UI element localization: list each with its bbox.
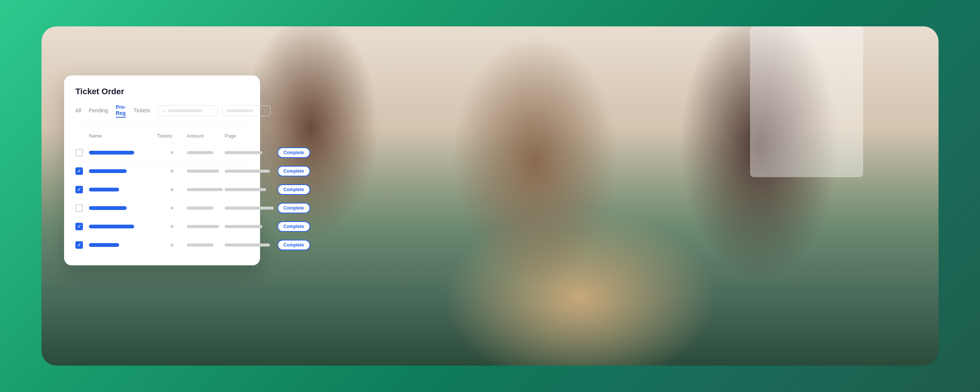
dropdown-placeholder-bar — [226, 109, 253, 112]
col-name-header: Name — [89, 133, 157, 139]
col-amount-header: Amount — [187, 133, 224, 139]
ticket-order-widget: Ticket Order All Pending Pre-Reg Tickets… — [64, 75, 260, 265]
table-row: Complete — [75, 199, 249, 217]
tabs-row: All Pending Pre-Reg Tickets ⌕ ▾ — [75, 104, 249, 123]
row-checkbox-5[interactable] — [75, 223, 83, 230]
tickets-dot-4 — [170, 207, 173, 210]
tickets-dot-3 — [170, 188, 173, 191]
tickets-dot-2 — [170, 170, 173, 173]
complete-button-3[interactable]: Complete — [277, 184, 310, 195]
tickets-dot-1 — [170, 151, 173, 154]
col-page-header: Page — [224, 133, 277, 139]
row-checkbox-2[interactable] — [75, 167, 83, 175]
amount-bar-5 — [187, 225, 219, 228]
name-bar-5 — [89, 225, 134, 228]
table-row: Complete — [75, 143, 249, 162]
tab-all[interactable]: All — [75, 107, 81, 114]
name-bar-1 — [89, 151, 134, 155]
tab-tickets[interactable]: Tickets — [134, 107, 150, 114]
name-bar-3 — [89, 188, 119, 191]
row-checkbox-1[interactable] — [75, 149, 83, 156]
col-tickets-header: Tickets — [157, 133, 187, 139]
complete-button-6[interactable]: Complete — [277, 240, 310, 250]
main-card: Ticket Order All Pending Pre-Reg Tickets… — [41, 26, 939, 366]
table-row: Complete — [75, 217, 249, 236]
page-bar-1 — [224, 151, 262, 154]
table-row: Complete — [75, 162, 249, 180]
amount-bar-2 — [187, 170, 219, 173]
row-checkbox-3[interactable] — [75, 186, 83, 193]
row-checkbox-4[interactable] — [75, 204, 83, 212]
col-action-header — [277, 133, 319, 139]
chevron-down-icon: ▾ — [264, 109, 266, 113]
name-bar-6 — [89, 243, 119, 247]
complete-button-4[interactable]: Complete — [277, 203, 310, 214]
page-background: Ticket Order All Pending Pre-Reg Tickets… — [0, 0, 980, 392]
tab-prereg[interactable]: Pre-Reg — [116, 104, 126, 118]
search-input[interactable]: ⌕ — [158, 105, 218, 116]
tickets-dot-5 — [170, 225, 173, 228]
page-bar-5 — [224, 225, 262, 228]
complete-button-1[interactable]: Complete — [277, 147, 310, 158]
amount-bar-6 — [187, 244, 213, 247]
table-row: Complete — [75, 180, 249, 199]
widget-title: Ticket Order — [75, 87, 249, 97]
amount-bar-1 — [187, 151, 213, 154]
amount-bar-4 — [187, 207, 213, 210]
table-header: Name Tickets Amount Page — [75, 130, 249, 142]
search-area: ⌕ ▾ — [158, 105, 270, 116]
tab-pending[interactable]: Pending — [89, 107, 108, 114]
page-bar-2 — [224, 170, 270, 173]
table-row: Complete — [75, 236, 249, 254]
row-checkbox-6[interactable] — [75, 241, 83, 249]
complete-button-2[interactable]: Complete — [277, 166, 310, 177]
filter-dropdown[interactable]: ▾ — [222, 105, 270, 116]
search-bar-placeholder — [168, 109, 202, 112]
page-bar-3 — [224, 188, 266, 191]
name-bar-4 — [89, 206, 127, 210]
page-bar-6 — [224, 244, 270, 247]
amount-bar-3 — [187, 188, 223, 191]
page-bar-4 — [224, 207, 274, 210]
name-bar-2 — [89, 169, 127, 173]
search-icon: ⌕ — [162, 108, 165, 113]
col-checkbox-header — [75, 133, 89, 139]
complete-button-5[interactable]: Complete — [277, 221, 310, 232]
tickets-dot-6 — [170, 244, 173, 247]
